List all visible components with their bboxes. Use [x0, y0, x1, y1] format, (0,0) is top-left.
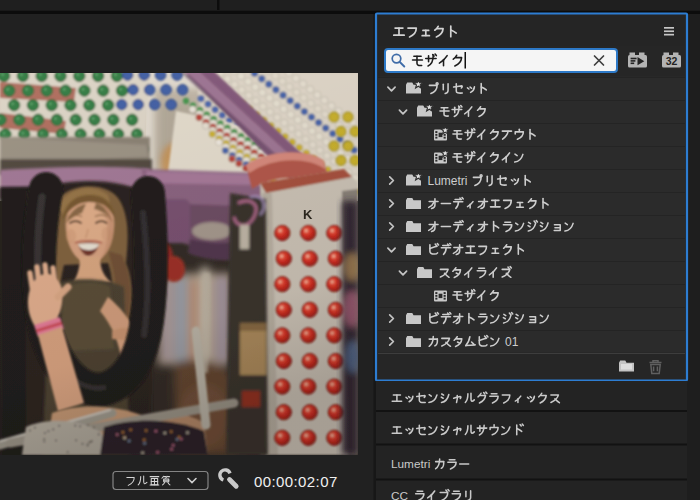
svg-text:Lumetri: Lumetri	[391, 457, 430, 471]
svg-text:Lumetri: Lumetri	[428, 174, 468, 188]
svg-text:32: 32	[666, 55, 678, 67]
svg-text:CC: CC	[391, 489, 409, 500]
svg-text:01: 01	[502, 335, 519, 349]
svg-text:00:00:02:07: 00:00:02:07	[254, 473, 338, 490]
